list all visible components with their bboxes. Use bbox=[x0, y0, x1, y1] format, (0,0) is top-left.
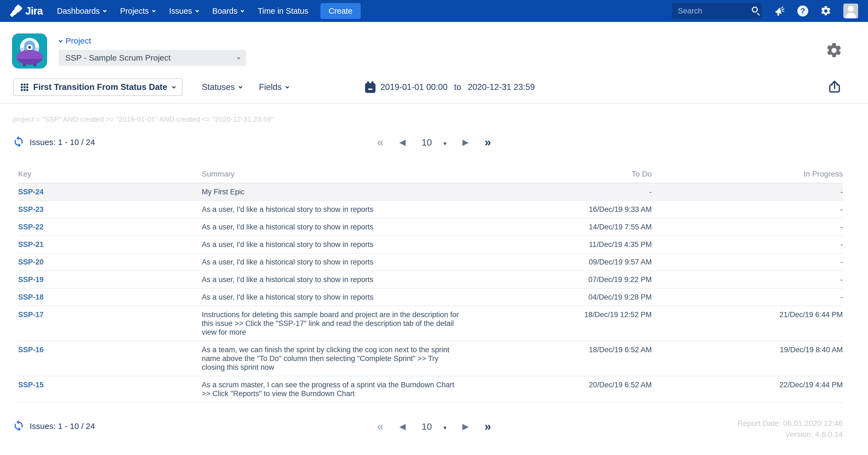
inprogress-date-cell: - bbox=[652, 271, 843, 288]
table-row: SSP-23 As a user, I'd like a historical … bbox=[18, 200, 843, 218]
issue-summary-cell: As a user, I'd like a historical story t… bbox=[202, 218, 507, 236]
issue-summary-cell: As a user, I'd like a historical story t… bbox=[202, 289, 507, 306]
project-select[interactable]: SSP - Sample Scrum Project bbox=[59, 50, 246, 66]
issue-key-link[interactable]: SSP-18 bbox=[18, 293, 43, 301]
avatar-torso-shape bbox=[845, 12, 856, 18]
inprogress-date-cell: 22/Dec/19 4:44 PM bbox=[652, 376, 843, 402]
table-row: SSP-15 As a scrum master, I can see the … bbox=[18, 376, 843, 403]
issue-summary-text: As a user, I'd like a historical story t… bbox=[202, 240, 373, 249]
navbar-menu-item[interactable]: Dashboards bbox=[57, 7, 106, 16]
jira-logo-icon bbox=[10, 5, 23, 17]
issue-summary-text: As a user, I'd like a historical story t… bbox=[202, 293, 373, 302]
table-row: SSP-19 As a user, I'd like a historical … bbox=[18, 271, 843, 288]
create-button[interactable]: Create bbox=[320, 3, 361, 19]
user-avatar[interactable] bbox=[843, 4, 858, 18]
issue-key-cell: SSP-15 bbox=[18, 376, 202, 402]
table-row: SSP-17 Instructions for deleting this sa… bbox=[18, 306, 843, 341]
refresh-icon[interactable] bbox=[12, 420, 25, 433]
report-settings-gear-icon[interactable] bbox=[825, 42, 843, 60]
issue-key-link[interactable]: SSP-21 bbox=[18, 240, 43, 249]
date-range-separator: to bbox=[454, 82, 461, 92]
navbar-menu-item-label: Boards bbox=[212, 7, 238, 16]
report-version-label: Version: 4.6.0.14 bbox=[737, 429, 843, 440]
pagination-last-button[interactable]: » bbox=[485, 136, 491, 148]
date-from-value: 2019-01-01 00:00 bbox=[380, 82, 447, 92]
chevron-down-icon bbox=[103, 9, 106, 12]
todo-date-cell: - bbox=[507, 183, 652, 200]
pagination-first-button[interactable]: « bbox=[377, 136, 383, 148]
pagination-page-size-value: 10 bbox=[422, 138, 432, 147]
inprogress-date-cell: - bbox=[652, 253, 843, 271]
inprogress-date-cell: - bbox=[652, 236, 843, 253]
navbar-menu: Dashboards Projects Issues Boards Time i… bbox=[57, 7, 308, 16]
issue-key-link[interactable]: SSP-23 bbox=[18, 205, 43, 214]
project-label: Project bbox=[65, 36, 91, 46]
filter-toolbar: First Transition From Status Date Status… bbox=[0, 79, 868, 96]
date-to-value: 2020-12-31 23:59 bbox=[468, 82, 535, 92]
project-collapse-toggle[interactable]: Project bbox=[59, 36, 246, 46]
issue-summary-cell: As a user, I'd like a historical story t… bbox=[202, 201, 507, 218]
issues-bar-bottom: Issues: 1 - 10 / 24 « ◀ 10 ▾ ▶ » Report … bbox=[0, 418, 868, 443]
issue-key-link[interactable]: SSP-24 bbox=[18, 188, 43, 196]
inprogress-date-cell: 19/Dec/19 8:40 AM bbox=[652, 341, 843, 376]
table-row: SSP-24 My First Epic - - bbox=[18, 183, 843, 200]
top-navbar: Jira Dashboards Projects Issues Boards T… bbox=[0, 0, 868, 22]
issue-summary-text: As a team, we can finish the sprint by c… bbox=[202, 345, 462, 372]
chevron-down-icon bbox=[239, 85, 242, 89]
pagination-prev-button[interactable]: ◀ bbox=[399, 422, 406, 431]
navbar-menu-item[interactable]: Time in Status bbox=[258, 7, 308, 16]
issue-key-cell: SSP-21 bbox=[18, 236, 202, 253]
help-icon[interactable]: ? bbox=[797, 5, 808, 17]
jira-logo[interactable]: Jira bbox=[10, 5, 43, 17]
issues-counter-block: Issues: 1 - 10 / 24 bbox=[12, 136, 95, 149]
todo-date-cell: 07/Dec/19 9:22 PM bbox=[507, 271, 652, 288]
navbar-menu-item[interactable]: Boards bbox=[212, 7, 244, 16]
monster-body bbox=[17, 50, 43, 65]
todo-date-cell: 16/Dec/19 9:33 AM bbox=[507, 201, 652, 218]
todo-date-cell: 14/Dec/19 7:55 AM bbox=[507, 218, 652, 236]
issue-summary-text: Instructions for deleting this sample bo… bbox=[202, 310, 462, 337]
search-icon[interactable] bbox=[752, 7, 758, 12]
issue-key-cell: SSP-20 bbox=[18, 253, 202, 271]
pagination-first-button[interactable]: « bbox=[377, 421, 383, 432]
issue-key-link[interactable]: SSP-22 bbox=[18, 223, 43, 231]
search-input[interactable] bbox=[672, 7, 793, 16]
navbar-menu-item[interactable]: Projects bbox=[120, 7, 155, 16]
issue-key-link[interactable]: SSP-15 bbox=[18, 381, 43, 389]
todo-date-cell: 20/Dec/19 6:52 AM bbox=[507, 376, 652, 402]
navbar-right: ? bbox=[672, 3, 858, 19]
jira-logo-text: Jira bbox=[25, 5, 43, 17]
table-row: SSP-21 As a user, I'd like a historical … bbox=[18, 236, 843, 253]
avatar-head-shape bbox=[848, 6, 854, 12]
issue-key-link[interactable]: SSP-19 bbox=[18, 275, 43, 284]
navbar-menu-item[interactable]: Issues bbox=[169, 7, 198, 16]
navbar-menu-item-label: Time in Status bbox=[258, 7, 308, 16]
pagination-prev-button[interactable]: ◀ bbox=[399, 138, 406, 146]
pagination-next-button[interactable]: ▶ bbox=[462, 422, 469, 431]
fields-dropdown[interactable]: Fields bbox=[259, 82, 288, 92]
pagination-page-size-dropdown[interactable]: 10 ▾ bbox=[422, 422, 446, 431]
statuses-dropdown[interactable]: Statuses bbox=[202, 82, 242, 92]
pagination-next-button[interactable]: ▶ bbox=[462, 138, 469, 146]
pagination-last-button[interactable]: » bbox=[485, 421, 491, 432]
settings-icon[interactable] bbox=[820, 5, 832, 17]
project-select-value: SSP - Sample Scrum Project bbox=[65, 53, 237, 62]
inprogress-date-cell: - bbox=[652, 289, 843, 306]
export-icon[interactable] bbox=[828, 80, 842, 95]
chevron-down-icon bbox=[58, 38, 63, 43]
issue-summary-cell: As a team, we can finish the sprint by c… bbox=[202, 341, 507, 376]
date-column-selector-button[interactable]: First Transition From Status Date bbox=[13, 79, 183, 96]
issue-key-link[interactable]: SSP-20 bbox=[18, 258, 43, 266]
issue-summary-text: As a user, I'd like a historical story t… bbox=[202, 275, 373, 284]
issue-key-link[interactable]: SSP-17 bbox=[18, 310, 43, 319]
inprogress-date-cell: - bbox=[652, 201, 843, 218]
issue-summary-text: As a user, I'd like a historical story t… bbox=[202, 257, 373, 266]
date-range-picker[interactable]: 2019-01-01 00:00 to 2020-12-31 23:59 bbox=[365, 82, 535, 93]
issue-key-link[interactable]: SSP-16 bbox=[18, 346, 43, 354]
issue-key-cell: SSP-16 bbox=[18, 341, 202, 376]
pagination-page-size-dropdown[interactable]: 10 ▾ bbox=[422, 138, 446, 147]
todo-date-cell: 18/Dec/19 6:52 AM bbox=[507, 341, 652, 376]
table-row: SSP-20 As a user, I'd like a historical … bbox=[18, 253, 843, 271]
calendar-icon bbox=[365, 82, 375, 93]
refresh-icon[interactable] bbox=[12, 136, 25, 149]
